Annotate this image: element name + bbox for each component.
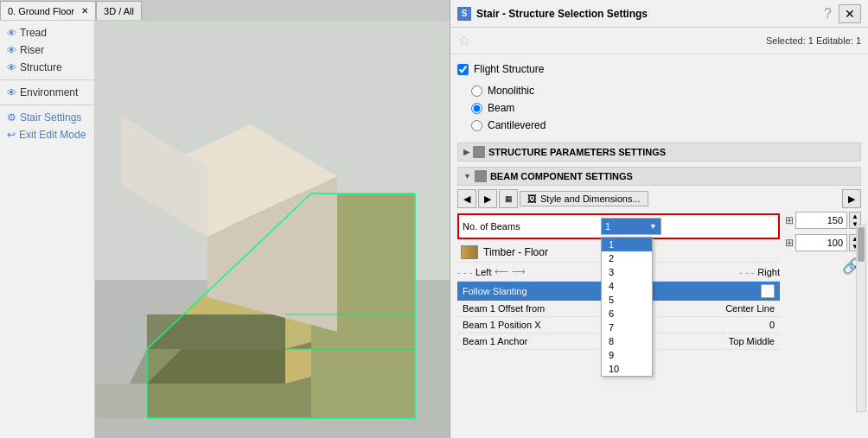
dropdown-item-1[interactable]: 1 xyxy=(602,238,652,251)
eye-icon-environment: 👁 xyxy=(7,87,16,98)
favorite-star-icon[interactable]: ☆ xyxy=(457,31,471,50)
radio-monolithic-label: Monolithic xyxy=(488,85,534,97)
params-area: No. of Beams 1 ▼ 1 2 3 4 xyxy=(457,210,861,350)
no-of-beams-row: No. of Beams 1 ▼ 1 2 3 4 xyxy=(457,213,780,239)
dropdown-item-9[interactable]: 9 xyxy=(602,348,652,362)
dropdown-item-7[interactable]: 7 xyxy=(602,321,652,334)
radio-cantilevered[interactable] xyxy=(471,120,482,131)
style-icon: 🖼 xyxy=(527,194,537,204)
menu-item-environment[interactable]: 👁 Environment xyxy=(0,84,94,101)
radio-beam[interactable] xyxy=(471,103,482,114)
dropdown-item-5[interactable]: 5 xyxy=(602,293,652,307)
menu-item-structure[interactable]: 👁 Structure xyxy=(0,59,94,76)
beam1-position-label: Beam 1 Position X xyxy=(463,320,541,330)
radio-monolithic[interactable] xyxy=(471,86,482,97)
style-label: Style and Dimensions... xyxy=(540,194,641,204)
scrollbar-thumb xyxy=(858,227,865,262)
size-icon-bottom: ⊞ xyxy=(785,237,794,249)
num-inputs-area: ⊞ ▲▼ ⊞ ▲▼ 🔗 xyxy=(783,212,861,276)
no-of-beams-container: No. of Beams 1 ▼ 1 2 3 4 xyxy=(457,213,780,239)
width-input[interactable] xyxy=(795,212,847,229)
dropdown-item-4[interactable]: 4 xyxy=(602,279,652,293)
beam1-anchor-label: Beam 1 Anchor xyxy=(463,336,527,346)
section-structure-params[interactable]: ▶ STRUCTURE PARAMETERS SETTINGS xyxy=(457,143,861,162)
section-arrow-icon: ▶ xyxy=(463,148,469,156)
info-bar: ☆ Selected: 1 Editable: 1 xyxy=(450,28,868,54)
lr-right-dashes: - - - xyxy=(739,267,754,277)
tab-ground-floor[interactable]: 0. Ground Floor ✕ xyxy=(0,1,96,20)
eye-icon-riser: 👁 xyxy=(7,45,16,55)
grid-button[interactable]: ▦ xyxy=(499,189,518,208)
menu-item-stair-settings[interactable]: ⚙ Stair Settings xyxy=(0,109,94,126)
flight-structure-row: Flight Structure xyxy=(457,60,861,79)
menu-label-stair-settings: Stair Settings xyxy=(20,111,81,124)
num-input-row-bottom: ⊞ ▲▼ xyxy=(785,234,861,251)
tab-3d[interactable]: 3D / All xyxy=(96,1,142,20)
vertical-scrollbar[interactable] xyxy=(856,225,866,412)
tab-close-icon[interactable]: ✕ xyxy=(81,6,88,16)
menu-label-riser: Riser xyxy=(20,44,44,56)
follow-slanting-checkbox[interactable]: ✓ xyxy=(761,284,775,298)
selected-info: Selected: 1 Editable: 1 xyxy=(766,35,861,46)
dropdown-item-2[interactable]: 2 xyxy=(602,251,652,265)
menu-item-exit-edit[interactable]: ↩ Exit Edit Mode xyxy=(0,126,94,143)
menu-item-riser[interactable]: 👁 Riser xyxy=(0,41,94,59)
size-icon-top: ⊞ xyxy=(785,214,794,226)
lr-right-label: Right xyxy=(757,267,780,277)
style-dimensions-button[interactable]: 🖼 Style and Dimensions... xyxy=(520,191,648,206)
beam1-offset-value: Center Line xyxy=(725,303,775,314)
radio-row-beam: Beam xyxy=(471,99,861,117)
menu-item-tread[interactable]: 👁 Tread xyxy=(0,24,94,41)
menu-label-environment: Environment xyxy=(20,86,78,98)
dialog-title: Stair - Structure Selection Settings xyxy=(476,8,824,20)
no-of-beams-label: No. of Beams xyxy=(463,221,601,232)
beam1-anchor-value: Top Middle xyxy=(729,336,775,346)
section-beam-component[interactable]: ▼ BEAM COMPONENT SETTINGS xyxy=(457,167,861,186)
eye-icon-structure: 👁 xyxy=(7,62,16,73)
follow-slanting-label: Follow Slanting xyxy=(463,286,527,296)
menu-divider-1 xyxy=(0,79,94,80)
close-icon[interactable]: ✕ xyxy=(839,4,861,23)
dropdown-item-8[interactable]: 8 xyxy=(602,334,652,348)
expand-button[interactable]: ▶ xyxy=(842,189,861,208)
lr-left-dashes: - - - xyxy=(457,267,472,277)
stair-settings-icon: ⚙ xyxy=(7,111,16,124)
eye-icon-tread: 👁 xyxy=(7,28,16,38)
no-of-beams-selected: 1 xyxy=(605,221,649,232)
dropdown-item-10[interactable]: 10 xyxy=(602,362,652,376)
radio-beam-label: Beam xyxy=(488,102,514,114)
viewport-3d[interactable] xyxy=(95,21,450,438)
lr-left-label: Left xyxy=(475,267,491,277)
beam-toolbar: ◀ ▶ ▦ 🖼 Style and Dimensions... ▶ xyxy=(457,187,861,210)
right-panel: S Stair - Structure Selection Settings ?… xyxy=(450,0,868,438)
dropdown-item-6[interactable]: 6 xyxy=(602,307,652,321)
structure-type-group: Monolithic Beam Cantilevered xyxy=(457,79,861,137)
help-icon[interactable]: ? xyxy=(824,6,832,22)
menu-label-structure: Structure xyxy=(20,61,62,73)
beam1-position-value: 0 xyxy=(769,320,775,330)
section-icon-beam xyxy=(475,170,487,182)
stair-icon: S xyxy=(457,7,471,21)
timber-label: Timber - Floor xyxy=(483,246,548,258)
section-icon-struct xyxy=(473,146,485,158)
flight-structure-checkbox[interactable] xyxy=(457,64,469,75)
radio-cantilevered-label: Cantilevered xyxy=(488,119,546,131)
forward-button[interactable]: ▶ xyxy=(478,189,497,208)
side-menu: 👁 Tread 👁 Riser 👁 Structure 👁 Environmen… xyxy=(0,21,95,438)
num-input-row-top: ⊞ ▲▼ xyxy=(785,212,861,229)
dialog-title-bar: S Stair - Structure Selection Settings ?… xyxy=(450,0,868,28)
height-input[interactable] xyxy=(795,234,847,251)
beam1-offset-label: Beam 1 Offset from xyxy=(463,303,545,314)
flight-structure-label: Flight Structure xyxy=(474,63,544,75)
timber-icon xyxy=(461,245,478,259)
back-button[interactable]: ◀ xyxy=(457,189,476,208)
radio-row-monolithic: Monolithic xyxy=(471,82,861,99)
tab-bar: 0. Ground Floor ✕ 3D / All xyxy=(0,0,450,21)
menu-divider-2 xyxy=(0,105,94,105)
menu-label-tread: Tread xyxy=(20,27,47,39)
params-side: ⊞ ▲▼ ⊞ ▲▼ 🔗 xyxy=(783,210,861,350)
no-of-beams-value[interactable]: 1 ▼ xyxy=(601,218,661,235)
params-main: No. of Beams 1 ▼ 1 2 3 4 xyxy=(457,210,780,350)
dropdown-item-3[interactable]: 3 xyxy=(602,265,652,279)
panel-body: Flight Structure Monolithic Beam Cantile… xyxy=(450,54,868,438)
